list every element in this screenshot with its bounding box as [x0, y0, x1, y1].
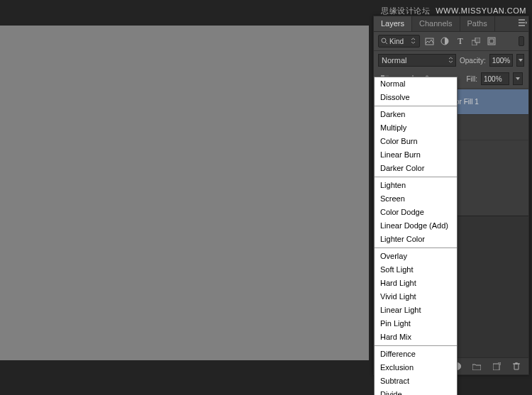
blend-item[interactable]: Vivid Light	[375, 290, 457, 304]
blend-item[interactable]: Dissolve	[375, 91, 457, 104]
folder-icon[interactable]	[470, 360, 483, 373]
fill-label: Fill:	[466, 75, 477, 83]
blend-item[interactable]: Soft Light	[375, 263, 457, 277]
blend-item[interactable]: Lighter Color	[375, 233, 457, 246]
blend-item[interactable]: Multiply	[375, 121, 457, 135]
blend-item[interactable]: Overlay	[375, 250, 457, 263]
opacity-label: Opacity:	[460, 57, 486, 65]
filter-row: Kind T	[374, 32, 528, 51]
opacity-input[interactable]: 100%	[489, 54, 514, 67]
fill-slider-btn[interactable]	[513, 72, 523, 85]
blend-item[interactable]: Normal	[375, 77, 457, 91]
tab-paths[interactable]: Paths	[460, 16, 495, 31]
blend-mode-select[interactable]: Normal	[378, 54, 456, 67]
blend-item[interactable]: Hard Light	[375, 277, 457, 290]
fill-input[interactable]: 100%	[481, 72, 509, 85]
svg-rect-4	[475, 38, 480, 43]
search-icon	[381, 38, 388, 45]
canvas-area[interactable]	[0, 26, 369, 360]
svg-point-0	[382, 38, 386, 43]
blend-item[interactable]: Darken	[375, 108, 457, 121]
blend-item[interactable]: Linear Light	[375, 304, 457, 317]
watermark: 思缘设计论坛WWW.MISSYUAN.COM	[381, 6, 526, 16]
trash-icon[interactable]	[510, 360, 523, 373]
filter-pixel-icon[interactable]	[423, 35, 436, 48]
blend-item[interactable]: Hard Mix	[375, 330, 457, 344]
blend-item[interactable]: Pin Light	[375, 317, 457, 330]
blend-opacity-row: Normal Opacity: 100%	[374, 51, 528, 69]
blend-item[interactable]: Screen	[375, 192, 457, 206]
tab-channels[interactable]: Channels	[412, 16, 460, 31]
opacity-slider-btn[interactable]	[516, 54, 524, 67]
blend-item[interactable]: Lighten	[375, 179, 457, 192]
blend-item[interactable]: Subtract	[375, 374, 457, 388]
blend-item[interactable]: Darker Color	[375, 162, 457, 175]
filter-adjust-icon[interactable]	[438, 35, 451, 48]
filter-toggle[interactable]	[519, 36, 524, 46]
panel-menu-icon[interactable]	[519, 19, 527, 28]
filter-type-icon[interactable]: T	[454, 35, 467, 48]
panel-tabs: Layers Channels Paths	[374, 16, 528, 32]
blend-item[interactable]: Exclusion	[375, 361, 457, 374]
filter-shape-icon[interactable]	[470, 35, 482, 48]
filter-smart-icon[interactable]	[485, 35, 498, 48]
tab-layers[interactable]: Layers	[374, 16, 412, 31]
filter-kind-select[interactable]: Kind	[378, 35, 420, 48]
blend-item[interactable]: Divide	[375, 388, 457, 395]
blend-item[interactable]: Difference	[375, 347, 457, 361]
blend-item[interactable]: Linear Burn	[375, 148, 457, 162]
new-layer-icon[interactable]	[490, 360, 503, 373]
svg-rect-6	[489, 39, 494, 43]
blend-item[interactable]: Color Burn	[375, 135, 457, 148]
svg-rect-21	[493, 364, 499, 370]
blend-item[interactable]: Linear Dodge (Add)	[375, 219, 457, 233]
blend-item[interactable]: Color Dodge	[375, 206, 457, 219]
blend-mode-dropdown[interactable]: Normal Dissolve Darken Multiply Color Bu…	[374, 77, 458, 395]
